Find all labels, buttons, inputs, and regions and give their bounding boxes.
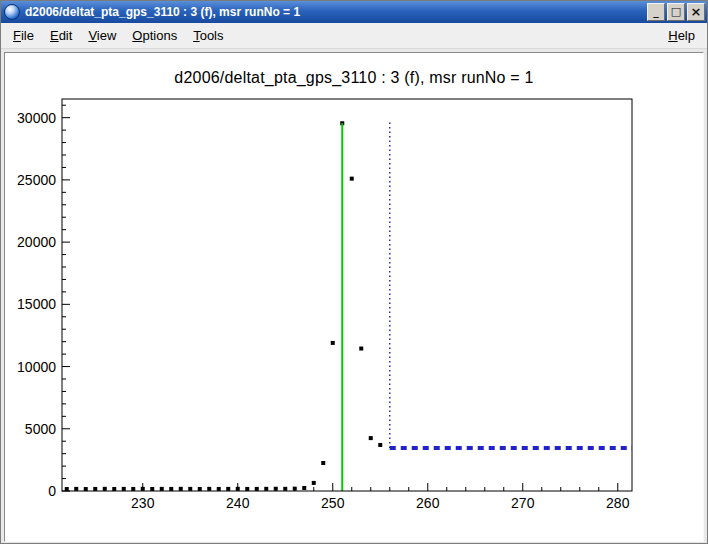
data-point — [217, 487, 221, 491]
data-point — [65, 487, 69, 491]
menu-item-view-label: iew — [97, 28, 117, 43]
data-point — [312, 481, 316, 485]
x-tick-label: 230 — [131, 495, 155, 511]
x-tick-label: 250 — [321, 495, 345, 511]
data-point — [359, 347, 363, 351]
minimize-button[interactable]: _ — [647, 3, 665, 21]
chart-title: d2006/deltat_pta_gps_3110 : 3 (f), msr r… — [5, 53, 703, 89]
data-point — [112, 487, 116, 491]
x-tick-label: 260 — [416, 495, 440, 511]
data-point — [255, 487, 259, 491]
y-tick-label: 10000 — [17, 359, 56, 375]
menu-item-options-accel: O — [132, 28, 142, 43]
data-point — [93, 487, 97, 491]
data-point — [150, 487, 154, 491]
menu-item-help[interactable]: Help — [660, 24, 703, 47]
plot-frame — [62, 99, 632, 491]
data-point — [274, 487, 278, 491]
data-point — [283, 487, 287, 491]
maximize-icon: □ — [671, 5, 681, 18]
app-icon — [4, 4, 20, 20]
data-point — [160, 487, 164, 491]
data-point — [264, 487, 268, 491]
menu-item-help-accel: H — [668, 28, 677, 43]
data-point — [207, 487, 211, 491]
data-point — [226, 487, 230, 491]
data-point — [131, 487, 135, 491]
data-point — [293, 487, 297, 491]
data-point — [122, 487, 126, 491]
menu-item-help-label: elp — [678, 28, 695, 43]
menu-item-view[interactable]: View — [80, 24, 124, 47]
data-point — [236, 487, 240, 491]
y-tick-label: 20000 — [17, 234, 56, 250]
y-tick-label: 15000 — [17, 296, 56, 312]
title-bar[interactable]: d2006/deltat_pta_gps_3110 : 3 (f), msr r… — [1, 1, 707, 23]
data-point — [141, 487, 145, 491]
menu-item-options-label: ptions — [142, 28, 177, 43]
menu-item-tools[interactable]: Tools — [185, 24, 231, 47]
maximize-button[interactable]: □ — [667, 3, 685, 21]
y-tick-label: 30000 — [17, 110, 56, 126]
window-title: d2006/deltat_pta_gps_3110 : 3 (f), msr r… — [25, 5, 645, 19]
data-point — [169, 487, 173, 491]
main-window: d2006/deltat_pta_gps_3110 : 3 (f), msr r… — [0, 0, 708, 544]
data-point — [74, 487, 78, 491]
data-point — [369, 436, 373, 440]
menu-item-file-accel: F — [13, 28, 21, 43]
menu-item-tools-label: ools — [200, 28, 224, 43]
chart-canvas[interactable]: 2302402502602702800500010000150002000025… — [5, 89, 703, 537]
x-tick-label: 240 — [226, 495, 250, 511]
close-button[interactable]: × — [687, 3, 705, 21]
content-frame: d2006/deltat_pta_gps_3110 : 3 (f), msr r… — [1, 49, 707, 544]
data-point — [84, 487, 88, 491]
close-icon: × — [691, 4, 702, 19]
root-canvas[interactable]: d2006/deltat_pta_gps_3110 : 3 (f), msr r… — [4, 52, 704, 542]
data-point — [378, 443, 382, 447]
menu-item-file-label: ile — [21, 28, 34, 43]
data-point — [245, 487, 249, 491]
menu-item-edit[interactable]: Edit — [42, 24, 80, 47]
y-tick-label: 5000 — [25, 421, 56, 437]
data-point — [188, 487, 192, 491]
x-tick-label: 270 — [511, 495, 535, 511]
data-point — [198, 487, 202, 491]
menu-item-file[interactable]: File — [5, 24, 42, 47]
menu-item-edit-label: dit — [59, 28, 73, 43]
data-point — [331, 341, 335, 345]
data-point — [321, 461, 325, 465]
data-point — [302, 486, 306, 490]
menu-item-options[interactable]: Options — [124, 24, 185, 47]
menu-item-view-accel: V — [88, 28, 96, 43]
menu-bar: File Edit View Options Tools Help — [1, 23, 707, 49]
data-point — [350, 177, 354, 181]
data-point — [103, 487, 107, 491]
data-point — [179, 487, 183, 491]
x-tick-label: 280 — [606, 495, 630, 511]
menu-item-edit-accel: E — [50, 28, 59, 43]
y-tick-label: 0 — [48, 483, 56, 499]
y-tick-label: 25000 — [17, 172, 56, 188]
minimize-icon: _ — [653, 5, 659, 18]
